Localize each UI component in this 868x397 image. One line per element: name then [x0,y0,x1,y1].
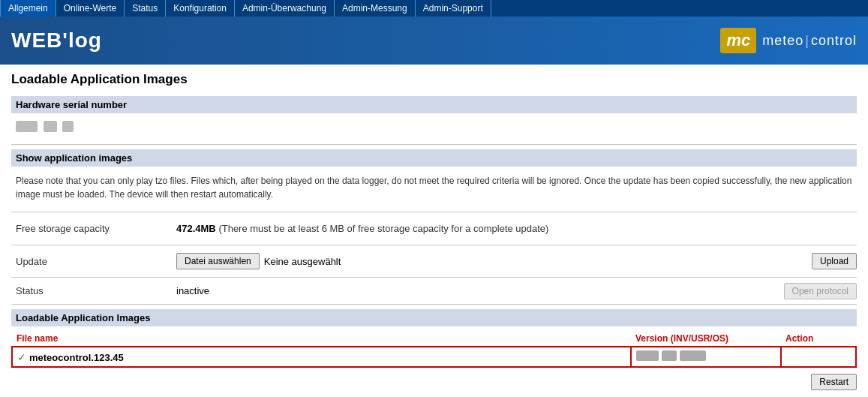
restart-row: Restart [11,368,857,396]
table-header-row: File name Version (INV/USR/OS) Action [12,331,856,347]
update-row: Update Datei auswählen Keine ausgewählt … [11,250,857,272]
free-storage-mb: 472.4MB [176,223,216,234]
col-filename-header: File name [12,331,631,347]
app-header: WEB'log mc meteo|control [0,17,868,65]
app-title: WEB'log [11,29,102,53]
free-storage-row: Free storage capacity 472.4MB (There mus… [11,217,857,240]
serial-number-area [11,118,857,140]
sep-5 [11,304,857,305]
status-row: Status inactive Open protocol [11,282,857,299]
serial-blurred-1 [16,121,38,132]
sep-3 [11,245,857,245]
nav-item-konfiguration[interactable]: Konfiguration [166,0,235,17]
app-images-table: File name Version (INV/USR/OS) Action ✓m… [11,331,857,368]
logo-mc-icon: mc [720,28,756,53]
nav-item-admin-support[interactable]: Admin-Support [416,0,491,17]
restart-button[interactable]: Restart [811,374,857,390]
table-cell-version [631,347,781,367]
serial-blurred-3 [62,121,73,132]
update-label: Update [11,253,176,270]
status-value: inactive [176,282,784,299]
open-protocol-btn-container: Open protocol [784,283,857,299]
loadable-section-label: Loadable Application Images [11,309,857,326]
open-protocol-button: Open protocol [784,283,857,299]
sep-1 [11,144,857,145]
file-input-area: Datei auswählen Keine ausgewählt [176,253,341,269]
page-title: Loadable Application Images [11,72,857,87]
upload-btn-container: Upload [812,253,857,269]
table-row: ✓meteocontrol.123.45 [12,347,856,367]
status-label: Status [11,282,176,299]
nav-item-admin--berwachung[interactable]: Admin-Überwachung [235,0,335,17]
sep-2 [11,212,857,212]
no-file-selected-text: Keine ausgewählt [264,256,341,267]
free-storage-note: (There must be at least 6 MB of free sto… [218,223,548,234]
free-storage-label: Free storage capacity [11,220,176,237]
nav-item-online-werte[interactable]: Online-Werte [56,0,125,17]
top-nav: AllgemeinOnline-WerteStatusKonfiguration… [0,0,868,17]
check-icon: ✓ [17,351,26,363]
filename-text: meteocontrol.123.45 [29,352,124,363]
nav-item-status[interactable]: Status [125,0,166,17]
show-images-section-label: Show application images [11,149,857,167]
sep-4 [11,277,857,278]
col-version-header: Version (INV/USR/OS) [631,331,781,347]
show-images-description: Please note that you can only play tzo f… [11,171,857,207]
main-content: Loadable Application Images Hardware ser… [0,65,868,397]
choose-file-button[interactable]: Datei auswählen [176,253,260,269]
upload-button[interactable]: Upload [812,253,857,269]
free-storage-value: 472.4MB (There must be at least 6 MB of … [176,220,857,237]
update-value-area: Datei auswählen Keine ausgewählt [176,250,812,272]
nav-item-allgemein[interactable]: Allgemein [0,0,56,17]
logo-brand-text: meteo|control [762,33,857,49]
col-action-header: Action [781,331,856,347]
serial-blurred-2 [44,121,57,132]
table-cell-filename: ✓meteocontrol.123.45 [12,347,631,367]
logo-area: mc meteo|control [720,28,857,53]
table-cell-action [781,347,856,367]
nav-item-admin-messung[interactable]: Admin-Messung [335,0,416,17]
hardware-section-label: Hardware serial number [11,96,857,113]
